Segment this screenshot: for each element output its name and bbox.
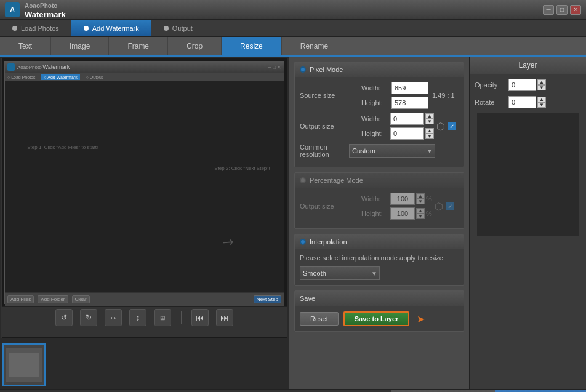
percentage-mode-body: Output size Width: ▲ ▼ % [295,188,464,228]
interpolation-section: Interpolation Please select interpolatio… [294,234,464,286]
output-width-input[interactable] [390,113,424,125]
opacity-row: Opacity ▲ ▼ [475,79,581,91]
pct-output-size-row: Output size Width: ▲ ▼ % [300,193,459,220]
save-body: Reset Save to Layer ➤ [295,306,464,331]
layer-panel: Layer Opacity ▲ ▼ Rotate ▲ [469,57,586,389]
reset-button[interactable]: Reset [300,312,339,326]
tab-image[interactable]: Image [51,37,109,55]
output-height-down-btn[interactable]: ▼ [425,134,434,139]
save-header: Save [295,291,464,306]
bottom-bar: ↑ Don't forget click this button to appl… [0,389,586,392]
source-size-row: Source size Width: Height: 1.49 : 1 [300,82,459,109]
output-size-row: Output size Width: ▲ ▼ [300,113,459,140]
app-logo: A [5,2,20,17]
flip-h-btn[interactable]: ↔ [105,309,122,326]
rotate-cw-btn[interactable]: ↻ [80,309,97,326]
step-add-watermark[interactable]: Add Watermark [71,20,151,36]
output-height-input[interactable] [390,127,424,140]
pct-height-input[interactable] [390,207,415,220]
clear-mini-btn[interactable]: Clear [72,295,90,303]
step-dot [164,26,169,31]
interp-dot [300,239,306,245]
flip-v-btn[interactable]: ↕ [129,309,146,326]
link-icon: ⬡ [436,121,445,132]
percentage-mode-section: Percentage Mode Output size Width: ▲ ▼ [294,172,464,229]
maximize-button[interactable]: □ [556,5,568,15]
tab-rename[interactable]: Rename [282,37,347,55]
pct-height-up-btn[interactable]: ▲ [416,208,425,214]
step-dot [12,26,17,31]
pixel-lock-checkbox[interactable] [448,122,456,130]
rotate-row: Rotate ▲ ▼ [475,96,581,108]
grid-btn[interactable]: ⊞ [154,309,171,326]
tab-resize[interactable]: Resize [222,37,282,55]
interpolation-header: Interpolation [295,234,464,249]
percentage-mode-header: Percentage Mode [295,173,464,188]
next-step-mini-btn[interactable]: Next Step [254,295,281,303]
resolution-row: Common resolution Custom 800x600 1024x76… [300,143,459,158]
mini-toolbar: Add Files Add Folder Clear Next Step [5,292,284,306]
pixel-mode-header: Pixel Mode [295,62,464,77]
rotate-input[interactable] [508,96,536,108]
resolution-select[interactable]: Custom 800x600 1024x768 1280x720 1920x10… [349,144,435,158]
step-load[interactable]: Load Photos [0,20,71,36]
opacity-down-btn[interactable]: ▼ [537,85,546,90]
add-files-mini-btn[interactable]: Add Files [7,295,34,303]
prev-btn[interactable]: ⏮ [191,309,209,326]
tab-frame[interactable]: Frame [109,37,168,55]
pct-width-input[interactable] [390,193,415,205]
thumbnail-bar [0,340,289,389]
close-button[interactable]: ✕ [570,5,581,15]
app-title: AoaoPhoto Watermark [25,1,543,19]
output-width-up-btn[interactable]: ▲ [425,113,434,119]
window-controls: ─ □ ✕ [543,5,581,15]
interpolation-body: Please select interpolation mode apply t… [295,249,464,285]
pct-lock-checkbox[interactable] [446,202,454,210]
opacity-input[interactable] [508,79,536,91]
mini-logo [7,63,15,71]
save-to-layer-button[interactable]: Save to Layer [343,311,410,326]
rotate-ccw-btn[interactable]: ↺ [55,309,73,326]
left-panel: AoaoPhoto Watermark ─ □ ✕ ○ Load Photos … [0,57,289,389]
layer-body: Opacity ▲ ▼ Rotate ▲ ▼ [470,74,586,244]
main-layout: AoaoPhoto Watermark ─ □ ✕ ○ Load Photos … [0,57,586,389]
pct-height-down-btn[interactable]: ▼ [416,214,425,219]
interpolation-select[interactable]: Smooth Nearest Neighbor Bilinear Bicubic [300,266,380,280]
tab-text[interactable]: Text [0,37,51,55]
next-btn[interactable]: ⏭ [216,309,233,326]
bottom-step-buttons: ⬅ Previous Step ➡ Next Step [390,390,586,392]
pct-width-down-btn[interactable]: ▼ [416,199,425,204]
rotate-down-btn[interactable]: ▼ [537,102,546,108]
resize-panel: Pixel Mode Source size Width: Height: [289,57,469,389]
pixel-mode-section: Pixel Mode Source size Width: Height: [294,62,464,167]
opacity-up-btn[interactable]: ▲ [537,79,546,85]
playback-bar: ↺ ↻ ↔ ↕ ⊞ ⏮ ⏭ [2,306,287,328]
pct-width-up-btn[interactable]: ▲ [416,193,425,199]
tab-bar: Text Image Frame Crop Resize Rename [0,37,586,57]
source-width-input[interactable] [391,82,428,94]
mini-step-bar: ○ Load Photos ○ Add Watermark ○ Output [5,73,284,81]
output-width-down-btn[interactable]: ▼ [425,119,434,124]
pixel-mode-dot [300,66,306,73]
layer-canvas-area [477,113,579,236]
mini-canvas: Step 1: Click "Add Files" to start! Step… [5,81,284,292]
output-height-up-btn[interactable]: ▲ [425,128,434,134]
pct-link-icon: ⬡ [435,201,443,212]
mini-window: AoaoPhoto Watermark ─ □ ✕ ○ Load Photos … [4,61,284,304]
layer-header: Layer [470,57,586,74]
rotate-up-btn[interactable]: ▲ [537,97,546,102]
pct-mode-dot [300,177,306,183]
playback-section: ↺ ↻ ↔ ↕ ⊞ ⏮ ⏭ [2,306,287,337]
preview-area: AoaoPhoto Watermark ─ □ ✕ ○ Load Photos … [1,58,287,338]
next-step-button[interactable]: ➡ Next Step [495,390,586,392]
minimize-button[interactable]: ─ [543,5,554,15]
step-output[interactable]: Output [151,20,205,36]
tab-crop[interactable]: Crop [168,37,222,55]
add-folder-mini-btn[interactable]: Add Folder [38,295,68,303]
previous-step-button[interactable]: ⬅ Previous Step [390,390,495,392]
pixel-mode-body: Source size Width: Height: 1.49 : 1 [295,77,464,167]
title-bar: A AoaoPhoto Watermark ─ □ ✕ [0,0,586,20]
save-arrow-icon: ➤ [417,313,425,325]
thumbnail-item[interactable] [2,343,46,386]
source-height-input[interactable] [391,97,428,109]
